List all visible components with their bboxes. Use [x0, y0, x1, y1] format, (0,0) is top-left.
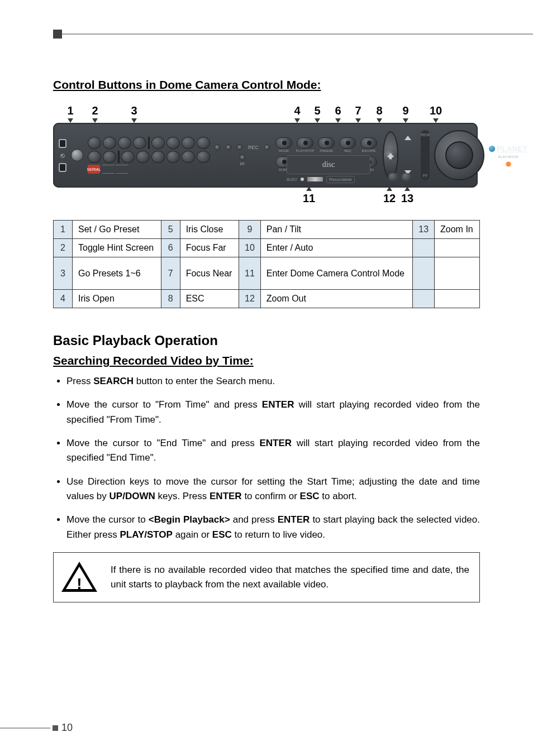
- page-number: 10: [61, 722, 73, 734]
- page-footer: 10: [0, 722, 73, 734]
- callout-numbers-top: 1 2 3 4 5 6 7 8 9 10: [53, 98, 478, 123]
- text: Move the cursor to "From Time" and press: [66, 399, 262, 410]
- usb-icon: ⎋: [60, 151, 65, 160]
- callout-11: 11: [303, 192, 315, 204]
- busy-label: BUSY: [287, 178, 297, 181]
- ch-btn-14[interactable]: [166, 151, 180, 163]
- mode-button[interactable]: [275, 137, 292, 149]
- small-button-1[interactable]: [388, 173, 398, 181]
- kw-esc: ESC: [212, 529, 232, 540]
- rec-area: REC IR: [215, 145, 270, 166]
- playstop-label: PLAY/STOP: [296, 149, 315, 152]
- channel-buttons: SERIAL: [88, 137, 210, 174]
- cell-label: Iris Close: [180, 221, 239, 239]
- rew-label: REW: [421, 133, 430, 137]
- text: to return to live video.: [232, 529, 325, 540]
- disc-label: disc: [322, 160, 335, 169]
- ch-btn-2[interactable]: [103, 137, 116, 149]
- header-rule: [0, 34, 533, 35]
- cell-label: Focus Far: [180, 239, 239, 257]
- cell-label: Focus Near: [180, 257, 239, 290]
- cell-label: [435, 290, 480, 308]
- ir-label: IR: [240, 161, 245, 166]
- kw-updown: UP/DOWN: [110, 491, 155, 501]
- jog-wheel[interactable]: [434, 130, 484, 181]
- table-row: 4 Iris Open 8 ESC 12 Zoom Out: [54, 290, 480, 308]
- kw-search: SEARCH: [93, 376, 134, 386]
- seq-label: SEQ: [344, 149, 351, 152]
- cell-num: 3: [54, 257, 73, 290]
- playstop-button[interactable]: [297, 137, 313, 149]
- text: to confirm or: [242, 491, 300, 501]
- cell-num: 2: [54, 239, 73, 257]
- cell-num: 12: [239, 290, 260, 308]
- cell-label: Zoom In: [435, 221, 480, 239]
- brand-globe-icon: [489, 146, 495, 152]
- ch-btn-13[interactable]: [151, 151, 165, 163]
- ch-btn-1[interactable]: [88, 137, 101, 149]
- side-pill: REW FF: [421, 130, 430, 180]
- small-button-2[interactable]: [402, 173, 412, 181]
- disc-sub: BUSY Recordable: [287, 174, 370, 184]
- cell-num: 11: [239, 257, 260, 290]
- text: Move the cursor to: [66, 514, 149, 525]
- callout-9: 9: [402, 104, 408, 117]
- cell-label: Zoom Out: [260, 290, 412, 308]
- escape-button[interactable]: [360, 137, 377, 149]
- cell-label: Enter / Auto: [260, 239, 412, 257]
- ch-btn-8[interactable]: [197, 137, 210, 149]
- ir-dot: [240, 155, 245, 160]
- brand-area: PLANET PLAY/STOP: [489, 145, 527, 166]
- cell-num: 6: [161, 239, 180, 257]
- dot-icon: [264, 145, 270, 150]
- port-column: ⎋: [59, 139, 66, 172]
- ch-btn-12[interactable]: [136, 151, 150, 163]
- disc-tray: disc: [287, 155, 370, 174]
- ch-btn-10[interactable]: [103, 151, 116, 163]
- rec-label: REC: [248, 145, 259, 150]
- ch-btn-11[interactable]: [121, 151, 135, 163]
- text: Move the cursor to "End Time" and press: [66, 438, 259, 448]
- callout-6: 6: [335, 104, 341, 117]
- cell-num: [413, 257, 435, 290]
- text: Press: [66, 376, 93, 386]
- cell-label: [435, 257, 480, 290]
- section-title: Control Buttons in Dome Camera Control M…: [53, 78, 480, 92]
- note-box: ! If there is no available recorded vide…: [53, 552, 480, 602]
- footer-square: [53, 725, 58, 731]
- port-bottom: [59, 163, 66, 172]
- callout-5: 5: [314, 104, 320, 117]
- table-row: 2 Toggle Hint Screen 6 Focus Far 10 Ente…: [54, 239, 480, 257]
- ch-btn-6[interactable]: [166, 137, 180, 149]
- table-row: 3 Go Presets 1~6 7 Focus Near 11 Enter D…: [54, 257, 480, 290]
- text: to abort.: [320, 491, 357, 501]
- seq-button[interactable]: [339, 137, 356, 149]
- text: keys. Press: [155, 491, 210, 501]
- text: again or: [173, 529, 212, 540]
- playback-bullets: Press SEARCH button to enter the Search …: [53, 374, 480, 542]
- callout-13: 13: [401, 192, 413, 204]
- kw-esc: ESC: [300, 491, 320, 501]
- ch-btn-16[interactable]: [197, 151, 210, 163]
- callout-3: 3: [131, 104, 137, 117]
- kw-enter: ENTER: [259, 438, 292, 448]
- callout-4: 4: [294, 104, 300, 117]
- power-button[interactable]: [71, 149, 83, 161]
- ch-btn-5[interactable]: [151, 137, 165, 149]
- ch-btn-15[interactable]: [182, 151, 195, 163]
- cell-label: Go Presets 1~6: [73, 257, 161, 290]
- dot-icon: [237, 145, 242, 150]
- ch-btn-9[interactable]: [88, 151, 101, 163]
- cell-num: [413, 290, 435, 308]
- cell-num: [413, 239, 435, 257]
- freeze-button[interactable]: [318, 137, 335, 149]
- kw-begin-playback: <Begin Playback>: [149, 514, 230, 525]
- cell-label: Toggle Hint Screen: [73, 239, 161, 257]
- ch-btn-3[interactable]: [118, 137, 131, 149]
- ch-btn-7[interactable]: [182, 137, 195, 149]
- brand-name: PLANET: [497, 145, 527, 153]
- ch-btn-4[interactable]: [133, 137, 146, 149]
- cell-label: [435, 239, 480, 257]
- mode-label: MODE: [279, 149, 289, 152]
- list-item: Press SEARCH button to enter the Search …: [66, 374, 480, 389]
